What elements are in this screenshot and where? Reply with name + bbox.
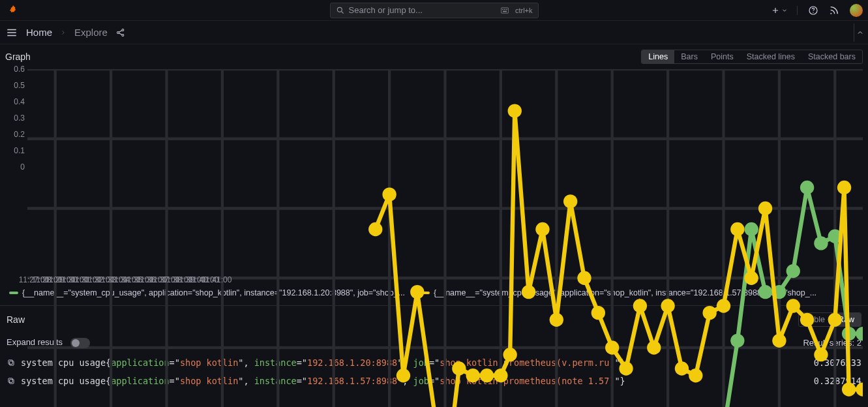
svg-point-82 — [633, 299, 647, 312]
svg-line-1 — [341, 11, 343, 13]
svg-point-89 — [730, 222, 744, 236]
viz-tab-points[interactable]: Points — [704, 50, 740, 63]
y-tick: 0.6 — [14, 65, 25, 74]
svg-rect-6 — [503, 10, 507, 12]
viz-type-tabs: LinesBarsPointsStacked linesStacked bars — [641, 50, 863, 64]
svg-point-70 — [480, 369, 494, 382]
svg-point-81 — [619, 361, 633, 375]
svg-point-85 — [675, 361, 689, 375]
svg-rect-101 — [8, 359, 12, 363]
svg-point-0 — [337, 7, 342, 12]
topbar-right — [771, 4, 863, 17]
keyboard-icon — [501, 7, 509, 14]
svg-point-58 — [800, 181, 814, 194]
help-icon[interactable] — [808, 5, 818, 16]
svg-point-69 — [466, 369, 480, 382]
svg-point-91 — [758, 202, 772, 215]
svg-point-74 — [522, 285, 535, 299]
chart-area[interactable]: 00.10.20.30.40.50.6 11:27:0011:28:0011:2… — [5, 67, 863, 286]
search-placeholder: Search or jump to... — [349, 5, 501, 15]
collapse-panel-icon[interactable] — [854, 23, 865, 42]
svg-rect-4 — [504, 8, 505, 10]
svg-point-97 — [837, 181, 851, 194]
viz-tab-stacked-bars[interactable]: Stacked bars — [801, 50, 862, 63]
search-shortcut: ctrl+k — [501, 7, 533, 14]
graph-panel-title: Graph — [5, 52, 31, 62]
svg-point-77 — [563, 194, 577, 208]
new-menu[interactable] — [771, 6, 798, 15]
svg-point-73 — [508, 104, 522, 117]
copy-icon[interactable] — [7, 358, 16, 367]
y-axis: 00.10.20.30.40.50.6 — [5, 67, 27, 273]
x-tick: 11:41:00 — [202, 275, 232, 284]
svg-point-66 — [410, 285, 424, 299]
svg-rect-102 — [10, 379, 14, 383]
plus-icon — [771, 6, 780, 15]
share-icon[interactable] — [115, 27, 126, 38]
y-tick: 0.3 — [14, 113, 25, 123]
svg-point-94 — [800, 313, 814, 327]
svg-point-95 — [814, 348, 828, 361]
x-axis: 11:27:0011:28:0011:29:0011:30:0011:31:00… — [27, 274, 863, 286]
svg-point-87 — [702, 306, 716, 320]
viz-tab-stacked-lines[interactable]: Stacked lines — [740, 50, 801, 63]
svg-rect-3 — [502, 8, 503, 10]
legend-swatch — [9, 292, 18, 294]
svg-point-76 — [550, 313, 563, 327]
svg-point-84 — [661, 299, 674, 312]
topbar: Search or jump to... ctrl+k — [0, 0, 868, 21]
user-avatar[interactable] — [850, 4, 863, 17]
svg-point-99 — [856, 382, 863, 396]
menu-toggle-icon[interactable] — [5, 26, 18, 39]
svg-point-93 — [786, 299, 800, 312]
graph-panel-header: Graph LinesBarsPointsStacked linesStacke… — [5, 48, 863, 65]
svg-point-65 — [397, 369, 410, 382]
chart-plot — [27, 69, 863, 407]
y-tick: 0.1 — [14, 146, 25, 155]
rss-icon[interactable] — [829, 5, 839, 16]
svg-point-59 — [814, 236, 828, 250]
svg-point-64 — [382, 187, 396, 201]
search-icon — [336, 6, 345, 15]
breadcrumb-home[interactable]: Home — [26, 27, 52, 38]
svg-point-80 — [605, 340, 619, 354]
svg-point-98 — [842, 382, 856, 396]
svg-point-11 — [122, 29, 124, 31]
svg-point-63 — [368, 222, 382, 236]
breadcrumb-current: Explore — [74, 27, 108, 38]
svg-point-54 — [745, 222, 758, 236]
svg-point-92 — [772, 334, 786, 348]
grafana-logo-icon[interactable] — [5, 3, 21, 18]
svg-point-8 — [813, 12, 813, 12]
svg-point-86 — [689, 369, 702, 382]
svg-point-72 — [503, 348, 516, 361]
raw-panel-title: Raw — [7, 314, 25, 325]
svg-point-9 — [830, 12, 831, 14]
svg-point-62 — [856, 327, 863, 340]
expand-results-toggle[interactable] — [70, 338, 90, 348]
svg-point-96 — [828, 313, 842, 327]
svg-rect-100 — [10, 361, 14, 365]
y-tick: 0 — [20, 162, 25, 172]
graph-panel: Graph LinesBarsPointsStacked linesStacke… — [0, 44, 868, 303]
viz-tab-bars[interactable]: Bars — [674, 50, 704, 63]
svg-point-79 — [591, 306, 605, 320]
svg-rect-2 — [501, 7, 508, 12]
svg-point-12 — [122, 34, 124, 36]
breadcrumb-bar: Home Explore — [0, 21, 868, 44]
y-tick: 0.2 — [14, 130, 25, 139]
y-tick: 0.4 — [14, 97, 25, 106]
svg-point-71 — [494, 369, 507, 382]
chevron-right-icon — [60, 27, 67, 38]
global-search[interactable]: Search or jump to... ctrl+k — [330, 3, 539, 18]
chevron-down-icon — [781, 7, 788, 14]
svg-point-75 — [535, 222, 549, 236]
copy-icon[interactable] — [7, 376, 16, 385]
svg-point-55 — [758, 285, 772, 299]
y-tick: 0.5 — [14, 81, 25, 90]
svg-point-68 — [452, 361, 466, 375]
svg-point-10 — [117, 31, 119, 33]
viz-tab-lines[interactable]: Lines — [642, 50, 674, 63]
svg-point-83 — [647, 340, 661, 354]
svg-point-88 — [717, 299, 730, 312]
